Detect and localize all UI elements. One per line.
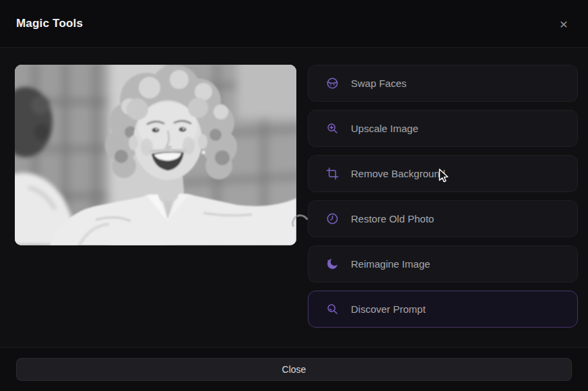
magic-tools-dialog: Magic Tools × (0, 0, 588, 391)
tool-label: Restore Old Photo (351, 213, 434, 224)
tool-restore-old-photo[interactable]: Restore Old Photo (308, 200, 578, 237)
tool-list: Swap Faces Upscale Image (308, 65, 578, 347)
tool-label: Reimagine Image (351, 258, 430, 270)
moon-sparkle-icon (325, 257, 339, 271)
tool-remove-background[interactable]: Remove Background (308, 155, 578, 192)
close-button[interactable]: Close (16, 358, 572, 381)
tool-discover-prompt[interactable]: Discover Prompt (308, 291, 578, 328)
crop-icon (325, 167, 339, 181)
tool-label: Discover Prompt (351, 303, 426, 315)
tool-label: Remove Background (351, 168, 445, 179)
dialog-content: Swap Faces Upscale Image (0, 48, 588, 347)
tool-label: Swap Faces (351, 78, 407, 89)
dialog-header: Magic Tools × (0, 0, 588, 48)
dialog-footer: Close (0, 347, 588, 391)
tool-upscale-image[interactable]: Upscale Image (308, 110, 578, 147)
tool-swap-faces[interactable]: Swap Faces (308, 65, 578, 102)
magnifier-plus-icon (325, 121, 339, 136)
tool-reimagine-image[interactable]: Reimagine Image (308, 245, 578, 282)
dialog-title: Magic Tools (16, 17, 83, 30)
clock-icon (325, 212, 339, 226)
magnifier-icon (325, 302, 339, 316)
close-icon[interactable]: × (556, 16, 572, 32)
face-swap-icon (325, 76, 339, 90)
portrait-photo (15, 65, 296, 245)
preview-image (15, 65, 296, 245)
tool-label: Upscale Image (351, 123, 418, 134)
